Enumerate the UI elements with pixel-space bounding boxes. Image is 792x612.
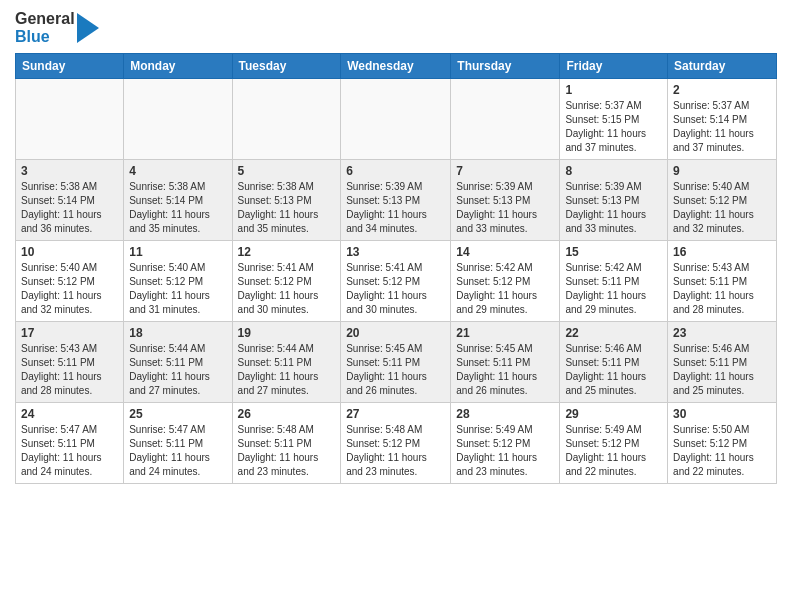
col-header-friday: Friday (560, 54, 668, 79)
day-info: Sunrise: 5:49 AM Sunset: 5:12 PM Dayligh… (565, 423, 662, 479)
calendar-cell: 23Sunrise: 5:46 AM Sunset: 5:11 PM Dayli… (668, 322, 777, 403)
day-info: Sunrise: 5:46 AM Sunset: 5:11 PM Dayligh… (565, 342, 662, 398)
calendar-cell: 19Sunrise: 5:44 AM Sunset: 5:11 PM Dayli… (232, 322, 341, 403)
day-number: 16 (673, 245, 771, 259)
day-info: Sunrise: 5:39 AM Sunset: 5:13 PM Dayligh… (456, 180, 554, 236)
day-number: 8 (565, 164, 662, 178)
day-number: 2 (673, 83, 771, 97)
calendar-cell: 28Sunrise: 5:49 AM Sunset: 5:12 PM Dayli… (451, 403, 560, 484)
day-info: Sunrise: 5:40 AM Sunset: 5:12 PM Dayligh… (673, 180, 771, 236)
day-info: Sunrise: 5:45 AM Sunset: 5:11 PM Dayligh… (456, 342, 554, 398)
calendar-cell: 7Sunrise: 5:39 AM Sunset: 5:13 PM Daylig… (451, 160, 560, 241)
calendar-cell (124, 79, 232, 160)
day-info: Sunrise: 5:44 AM Sunset: 5:11 PM Dayligh… (238, 342, 336, 398)
day-info: Sunrise: 5:41 AM Sunset: 5:12 PM Dayligh… (238, 261, 336, 317)
calendar-cell: 21Sunrise: 5:45 AM Sunset: 5:11 PM Dayli… (451, 322, 560, 403)
calendar-cell: 15Sunrise: 5:42 AM Sunset: 5:11 PM Dayli… (560, 241, 668, 322)
calendar-week-row: 10Sunrise: 5:40 AM Sunset: 5:12 PM Dayli… (16, 241, 777, 322)
day-number: 12 (238, 245, 336, 259)
calendar-cell: 9Sunrise: 5:40 AM Sunset: 5:12 PM Daylig… (668, 160, 777, 241)
day-info: Sunrise: 5:42 AM Sunset: 5:12 PM Dayligh… (456, 261, 554, 317)
col-header-tuesday: Tuesday (232, 54, 341, 79)
col-header-sunday: Sunday (16, 54, 124, 79)
day-number: 22 (565, 326, 662, 340)
page: General Blue SundayMondayTuesdayWednesda… (0, 0, 792, 499)
calendar-cell: 25Sunrise: 5:47 AM Sunset: 5:11 PM Dayli… (124, 403, 232, 484)
logo-blue: Blue (15, 28, 75, 46)
calendar-week-row: 17Sunrise: 5:43 AM Sunset: 5:11 PM Dayli… (16, 322, 777, 403)
calendar-cell: 14Sunrise: 5:42 AM Sunset: 5:12 PM Dayli… (451, 241, 560, 322)
calendar-cell: 20Sunrise: 5:45 AM Sunset: 5:11 PM Dayli… (341, 322, 451, 403)
day-number: 5 (238, 164, 336, 178)
calendar-week-row: 3Sunrise: 5:38 AM Sunset: 5:14 PM Daylig… (16, 160, 777, 241)
logo-general: General (15, 10, 75, 28)
day-info: Sunrise: 5:37 AM Sunset: 5:14 PM Dayligh… (673, 99, 771, 155)
day-info: Sunrise: 5:46 AM Sunset: 5:11 PM Dayligh… (673, 342, 771, 398)
day-number: 3 (21, 164, 118, 178)
day-number: 1 (565, 83, 662, 97)
day-info: Sunrise: 5:48 AM Sunset: 5:11 PM Dayligh… (238, 423, 336, 479)
day-number: 6 (346, 164, 445, 178)
calendar-cell: 26Sunrise: 5:48 AM Sunset: 5:11 PM Dayli… (232, 403, 341, 484)
day-number: 15 (565, 245, 662, 259)
calendar-cell: 6Sunrise: 5:39 AM Sunset: 5:13 PM Daylig… (341, 160, 451, 241)
day-info: Sunrise: 5:44 AM Sunset: 5:11 PM Dayligh… (129, 342, 226, 398)
col-header-wednesday: Wednesday (341, 54, 451, 79)
calendar-cell: 10Sunrise: 5:40 AM Sunset: 5:12 PM Dayli… (16, 241, 124, 322)
day-info: Sunrise: 5:45 AM Sunset: 5:11 PM Dayligh… (346, 342, 445, 398)
col-header-saturday: Saturday (668, 54, 777, 79)
calendar-cell: 27Sunrise: 5:48 AM Sunset: 5:12 PM Dayli… (341, 403, 451, 484)
calendar-week-row: 24Sunrise: 5:47 AM Sunset: 5:11 PM Dayli… (16, 403, 777, 484)
day-info: Sunrise: 5:40 AM Sunset: 5:12 PM Dayligh… (129, 261, 226, 317)
day-number: 17 (21, 326, 118, 340)
day-number: 28 (456, 407, 554, 421)
calendar-cell: 11Sunrise: 5:40 AM Sunset: 5:12 PM Dayli… (124, 241, 232, 322)
day-number: 20 (346, 326, 445, 340)
day-info: Sunrise: 5:38 AM Sunset: 5:13 PM Dayligh… (238, 180, 336, 236)
calendar-cell: 8Sunrise: 5:39 AM Sunset: 5:13 PM Daylig… (560, 160, 668, 241)
calendar-cell: 2Sunrise: 5:37 AM Sunset: 5:14 PM Daylig… (668, 79, 777, 160)
header: General Blue (15, 10, 777, 45)
day-number: 25 (129, 407, 226, 421)
day-info: Sunrise: 5:47 AM Sunset: 5:11 PM Dayligh… (129, 423, 226, 479)
calendar-cell: 18Sunrise: 5:44 AM Sunset: 5:11 PM Dayli… (124, 322, 232, 403)
day-number: 18 (129, 326, 226, 340)
calendar-cell: 5Sunrise: 5:38 AM Sunset: 5:13 PM Daylig… (232, 160, 341, 241)
day-info: Sunrise: 5:49 AM Sunset: 5:12 PM Dayligh… (456, 423, 554, 479)
logo-triangle-icon (77, 13, 99, 43)
calendar-cell: 1Sunrise: 5:37 AM Sunset: 5:15 PM Daylig… (560, 79, 668, 160)
day-number: 13 (346, 245, 445, 259)
day-info: Sunrise: 5:39 AM Sunset: 5:13 PM Dayligh… (565, 180, 662, 236)
calendar-week-row: 1Sunrise: 5:37 AM Sunset: 5:15 PM Daylig… (16, 79, 777, 160)
col-header-monday: Monday (124, 54, 232, 79)
day-number: 4 (129, 164, 226, 178)
day-number: 21 (456, 326, 554, 340)
calendar-cell: 30Sunrise: 5:50 AM Sunset: 5:12 PM Dayli… (668, 403, 777, 484)
day-number: 30 (673, 407, 771, 421)
day-number: 29 (565, 407, 662, 421)
day-number: 23 (673, 326, 771, 340)
calendar-cell: 3Sunrise: 5:38 AM Sunset: 5:14 PM Daylig… (16, 160, 124, 241)
day-number: 14 (456, 245, 554, 259)
calendar-cell: 4Sunrise: 5:38 AM Sunset: 5:14 PM Daylig… (124, 160, 232, 241)
day-number: 11 (129, 245, 226, 259)
day-number: 19 (238, 326, 336, 340)
day-info: Sunrise: 5:37 AM Sunset: 5:15 PM Dayligh… (565, 99, 662, 155)
calendar-cell: 24Sunrise: 5:47 AM Sunset: 5:11 PM Dayli… (16, 403, 124, 484)
day-info: Sunrise: 5:41 AM Sunset: 5:12 PM Dayligh… (346, 261, 445, 317)
calendar-cell (16, 79, 124, 160)
calendar: SundayMondayTuesdayWednesdayThursdayFrid… (15, 53, 777, 484)
day-number: 24 (21, 407, 118, 421)
day-info: Sunrise: 5:48 AM Sunset: 5:12 PM Dayligh… (346, 423, 445, 479)
calendar-header-row: SundayMondayTuesdayWednesdayThursdayFrid… (16, 54, 777, 79)
day-info: Sunrise: 5:39 AM Sunset: 5:13 PM Dayligh… (346, 180, 445, 236)
day-info: Sunrise: 5:38 AM Sunset: 5:14 PM Dayligh… (129, 180, 226, 236)
day-number: 27 (346, 407, 445, 421)
day-info: Sunrise: 5:42 AM Sunset: 5:11 PM Dayligh… (565, 261, 662, 317)
day-info: Sunrise: 5:43 AM Sunset: 5:11 PM Dayligh… (21, 342, 118, 398)
calendar-cell (451, 79, 560, 160)
day-number: 7 (456, 164, 554, 178)
day-info: Sunrise: 5:50 AM Sunset: 5:12 PM Dayligh… (673, 423, 771, 479)
calendar-cell: 29Sunrise: 5:49 AM Sunset: 5:12 PM Dayli… (560, 403, 668, 484)
calendar-cell: 12Sunrise: 5:41 AM Sunset: 5:12 PM Dayli… (232, 241, 341, 322)
